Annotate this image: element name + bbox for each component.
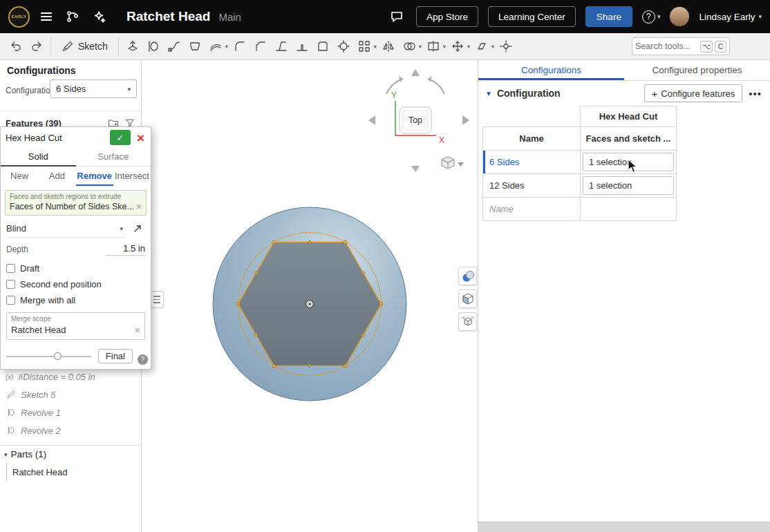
config-row-12-sides: 12 Sides 1 selection	[483, 174, 677, 198]
redo-icon[interactable]	[26, 37, 46, 57]
share-button[interactable]: Share	[585, 6, 632, 27]
draft-checkbox[interactable]: Draft	[6, 263, 145, 274]
revolve-icon[interactable]	[144, 37, 164, 57]
rotate-down-arrow[interactable]	[411, 166, 420, 172]
overflow-menu-icon[interactable]: •••	[747, 88, 763, 99]
tab-remove[interactable]: Remove	[76, 167, 113, 186]
remove-selection-icon[interactable]: ×	[135, 325, 140, 335]
end-condition-value: Blind	[6, 223, 26, 234]
chevron-down-icon[interactable]: ▾	[467, 44, 470, 50]
remove-selection-icon[interactable]: ×	[136, 202, 142, 211]
user-menu[interactable]: Lindsay Early ▾	[699, 12, 762, 22]
feature-item-sketch-5[interactable]: Sketch 5	[0, 386, 141, 403]
configure-features-button[interactable]: + Configure features	[644, 84, 743, 102]
parts-section-header[interactable]: ▾ Parts (1)	[0, 445, 141, 463]
chevron-down-icon[interactable]	[458, 162, 464, 167]
thicken-icon[interactable]	[206, 37, 226, 57]
linear-pattern-icon[interactable]	[355, 37, 375, 57]
hamburger-menu-icon[interactable]	[37, 7, 56, 26]
comment-icon[interactable]	[387, 7, 406, 26]
merge-scope-chip[interactable]: Ratchet Head	[11, 325, 132, 335]
view-cube-top-button[interactable]: Top	[400, 107, 431, 133]
config-name-cell[interactable]: 12 Sides	[483, 174, 581, 198]
sketch-origin-point[interactable]	[306, 301, 314, 308]
onshape-logo[interactable]: EARLY	[8, 6, 30, 28]
chevron-down-icon[interactable]: ▾	[225, 44, 228, 50]
search-tools-input[interactable]	[635, 41, 698, 51]
mirror-icon[interactable]	[379, 37, 399, 57]
chevron-down-icon[interactable]: ▼	[485, 90, 492, 97]
final-button[interactable]: Final	[98, 349, 133, 363]
tab-new[interactable]: New	[1, 167, 38, 186]
split-icon[interactable]	[424, 37, 444, 57]
feature-item-variable[interactable]: (x) #Distance = 0.05 in	[0, 368, 141, 386]
tab-configured-properties[interactable]: Configured properties	[624, 60, 770, 80]
mate-connector-icon[interactable]	[496, 37, 516, 57]
transform-icon[interactable]	[448, 37, 468, 57]
sketch-button[interactable]: Sketch	[55, 36, 114, 57]
shell-icon[interactable]	[313, 37, 333, 57]
new-config-name-cell[interactable]: Name	[483, 198, 581, 221]
second-end-position-checkbox[interactable]: Second end position	[6, 279, 145, 289]
fillet-icon[interactable]	[230, 37, 250, 57]
chamfer-icon[interactable]	[251, 37, 271, 57]
loft-icon[interactable]	[185, 37, 205, 57]
app-store-button[interactable]: App Store	[416, 6, 478, 27]
section-view-icon[interactable]	[458, 289, 477, 308]
exploded-view-icon[interactable]	[458, 312, 477, 331]
plane-icon[interactable]	[472, 37, 492, 57]
merge-with-all-checkbox[interactable]: Merge with all	[6, 295, 145, 305]
rollback-slider[interactable]	[6, 356, 91, 357]
tab-add[interactable]: Add	[38, 167, 75, 186]
view-options-cube-icon[interactable]	[442, 157, 464, 169]
draft-icon[interactable]	[272, 37, 292, 57]
search-tools: ⌥ C	[632, 37, 730, 55]
chevron-down-icon[interactable]: ▾	[443, 44, 446, 50]
configuration-select[interactable]: 6 Sides ▾	[50, 79, 137, 98]
feature-item-revolve-1[interactable]: Revolve 1	[0, 403, 141, 421]
chevron-down-icon[interactable]: ▾	[491, 44, 494, 50]
chevron-down-icon[interactable]: ▾	[419, 44, 422, 50]
part-item-ratchet-head[interactable]: Ratchet Head	[0, 463, 141, 481]
sparkle-icon[interactable]	[89, 7, 109, 26]
confirm-check-icon[interactable]: ✓	[110, 130, 131, 145]
hexagon-sketch[interactable]	[236, 233, 383, 376]
graphics-viewport[interactable]: Top Y X	[142, 60, 478, 532]
rotate-right-arrow[interactable]	[462, 115, 469, 125]
close-icon[interactable]: ×	[135, 131, 146, 144]
tab-solid[interactable]: Solid	[1, 148, 76, 167]
faces-selection-field[interactable]: Faces and sketch regions to extrude Face…	[5, 190, 147, 216]
feature-list-flyout-toggle[interactable]	[151, 291, 164, 308]
tab-surface[interactable]: Surface	[76, 148, 151, 166]
selection-input[interactable]: 1 selection	[583, 176, 674, 195]
tab-configurations[interactable]: Configurations	[478, 60, 624, 80]
rotate-left-arrow[interactable]	[368, 115, 375, 125]
avatar[interactable]	[670, 7, 689, 26]
workspace-name[interactable]: Main	[218, 11, 241, 23]
boolean-icon[interactable]	[400, 37, 420, 57]
hole-icon[interactable]	[334, 37, 354, 57]
rotate-up-arrow[interactable]	[411, 69, 420, 76]
feature-item-revolve-2[interactable]: Revolve 2	[0, 421, 141, 439]
help-menu[interactable]: ? ▾	[642, 10, 661, 23]
display-states-icon[interactable]	[458, 267, 477, 285]
learning-center-button[interactable]: Learning Center	[488, 6, 576, 27]
sweep-icon[interactable]	[165, 37, 185, 57]
flip-direction-icon[interactable]	[130, 221, 145, 236]
undo-icon[interactable]	[6, 37, 26, 57]
end-condition-select[interactable]: Blind ▾	[6, 220, 126, 238]
slider-knob[interactable]	[54, 352, 62, 360]
extrude-icon[interactable]	[123, 37, 143, 57]
dialog-help-icon[interactable]: ?	[138, 354, 148, 365]
selection-input[interactable]: 1 selection	[583, 153, 674, 171]
selection-chip[interactable]: Faces of Number of Sides Ske...	[10, 202, 133, 211]
chevron-down-icon[interactable]: ▾	[374, 44, 377, 50]
logo-text: EARLY	[12, 15, 27, 19]
document-tab-bar[interactable]	[478, 522, 770, 532]
rib-icon[interactable]	[292, 37, 312, 57]
versions-icon[interactable]	[63, 7, 82, 26]
tab-intersect[interactable]: Intersect	[113, 167, 151, 186]
merge-scope-field[interactable]: Merge scope Ratchet Head ×	[6, 312, 145, 340]
config-name-cell[interactable]: 6 Sides	[483, 151, 581, 174]
depth-input[interactable]: 1.5 in	[105, 243, 145, 256]
